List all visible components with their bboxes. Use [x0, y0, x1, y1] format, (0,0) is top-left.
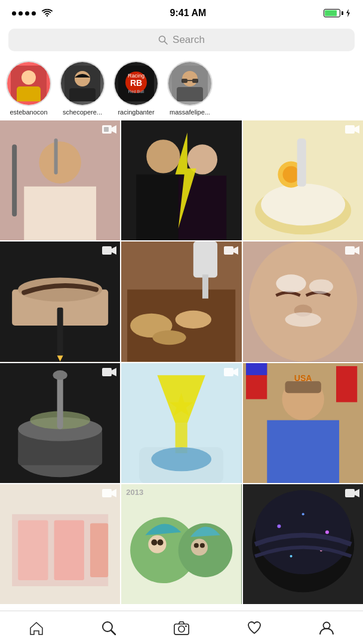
svg-rect-5: [17, 86, 41, 101]
status-left: [12, 9, 53, 17]
video-camera-icon-8: [224, 367, 238, 380]
grid-item-4[interactable]: [0, 242, 120, 361]
svg-rect-64: [345, 246, 355, 255]
video-camera-icon-12: [345, 488, 359, 501]
story-item-3[interactable]: RB Racing Red Bull racingbanter: [113, 61, 159, 116]
story-avatar-3: RB Racing Red Bull: [113, 61, 159, 106]
svg-marker-97: [112, 489, 116, 497]
svg-point-54: [176, 311, 211, 329]
svg-rect-73: [102, 368, 112, 376]
status-right: [324, 9, 351, 17]
svg-point-111: [302, 513, 304, 515]
video-camera-icon-5: [224, 245, 238, 259]
grid-item-2[interactable]: [121, 120, 241, 240]
story-label-3: racingbanter: [118, 109, 154, 116]
svg-point-21: [39, 141, 81, 183]
svg-rect-39: [297, 138, 306, 187]
story-avatar-2: [60, 61, 105, 106]
svg-marker-41: [355, 125, 359, 134]
grid-item-1[interactable]: [0, 120, 120, 240]
nav-likes[interactable]: [236, 615, 272, 641]
svg-rect-81: [224, 368, 233, 376]
story-item-2[interactable]: schecopere...: [60, 61, 105, 116]
svg-line-119: [111, 630, 115, 634]
svg-marker-26: [112, 125, 116, 134]
svg-text:Red Bull: Red Bull: [128, 89, 144, 94]
svg-rect-47: [102, 246, 112, 255]
story-item-4[interactable]: massafelipe...: [167, 61, 213, 116]
svg-rect-22: [24, 187, 96, 241]
grid-item-8[interactable]: [121, 363, 241, 483]
svg-point-72: [53, 370, 67, 380]
profile-icon: [319, 620, 334, 636]
grid-item-10[interactable]: [0, 484, 120, 604]
svg-point-62: [309, 280, 333, 294]
svg-rect-45: [57, 308, 63, 356]
nav-camera[interactable]: [164, 615, 199, 641]
svg-rect-40: [345, 125, 355, 134]
home-icon: [29, 620, 44, 636]
grid-item-11[interactable]: 2013: [121, 484, 241, 604]
video-camera-icon-3: [345, 124, 359, 138]
svg-point-103: [152, 540, 158, 546]
search-bar[interactable]: Search: [8, 29, 355, 51]
story-label-2: schecopere...: [63, 109, 102, 116]
svg-marker-117: [355, 489, 359, 497]
svg-text:USA: USA: [294, 373, 312, 383]
svg-point-38: [282, 166, 299, 183]
grid-item-6[interactable]: [243, 242, 363, 361]
grid-item-9[interactable]: USA: [243, 363, 363, 483]
search-bar-container: Search: [0, 24, 363, 56]
svg-point-55: [153, 330, 186, 345]
search-nav-icon: [101, 620, 116, 636]
story-label-4: massafelipe...: [170, 109, 210, 116]
grid-item-7[interactable]: [0, 363, 120, 483]
svg-text:Racing: Racing: [128, 73, 144, 79]
svg-point-109: [255, 490, 351, 574]
signal-dot-4: [32, 11, 36, 16]
svg-rect-24: [54, 138, 58, 174]
grid-item-12[interactable]: [243, 484, 363, 604]
svg-rect-17: [182, 79, 187, 83]
svg-rect-94: [54, 520, 84, 580]
svg-rect-96: [102, 489, 112, 497]
svg-rect-116: [345, 489, 355, 497]
svg-text:RB: RB: [130, 78, 142, 88]
signal-dot-1: [12, 11, 16, 16]
svg-point-112: [325, 530, 329, 534]
svg-rect-71: [57, 375, 63, 429]
grid-item-3[interactable]: [243, 120, 363, 240]
svg-point-4: [21, 70, 36, 85]
svg-point-79: [152, 447, 212, 471]
nav-profile[interactable]: [309, 615, 344, 641]
svg-point-102: [191, 539, 208, 556]
grid-item-5[interactable]: [121, 242, 241, 361]
nav-search[interactable]: [91, 615, 127, 641]
svg-rect-51: [193, 242, 217, 277]
signal-dot-3: [25, 11, 29, 16]
status-bar: 9:41 AM: [0, 0, 363, 24]
story-avatar-1: [6, 61, 51, 106]
svg-point-63: [285, 312, 321, 327]
avatar-image-4: [168, 62, 211, 105]
story-item-1[interactable]: estebanocon: [6, 61, 51, 116]
nav-home[interactable]: [19, 615, 54, 641]
svg-marker-74: [112, 368, 116, 376]
video-camera-icon-1: [102, 124, 116, 138]
svg-point-7: [75, 71, 90, 86]
svg-point-105: [194, 543, 199, 548]
wifi-icon: [42, 9, 53, 17]
svg-rect-27: [104, 127, 109, 132]
status-time: 9:41 AM: [170, 8, 207, 18]
avatar-image-1: [7, 62, 50, 105]
svg-point-59: [249, 242, 357, 361]
grid-container: USA: [0, 120, 363, 604]
avatar-image-3: RB Racing Red Bull: [115, 62, 158, 105]
video-camera-icon-7: [102, 367, 116, 380]
battery: [324, 9, 351, 17]
battery-body: [324, 9, 340, 17]
stories-row: estebanocon schecopere... RB: [0, 56, 363, 120]
svg-rect-56: [224, 246, 233, 255]
bottom-nav: [0, 611, 363, 644]
svg-rect-87: [246, 363, 267, 375]
